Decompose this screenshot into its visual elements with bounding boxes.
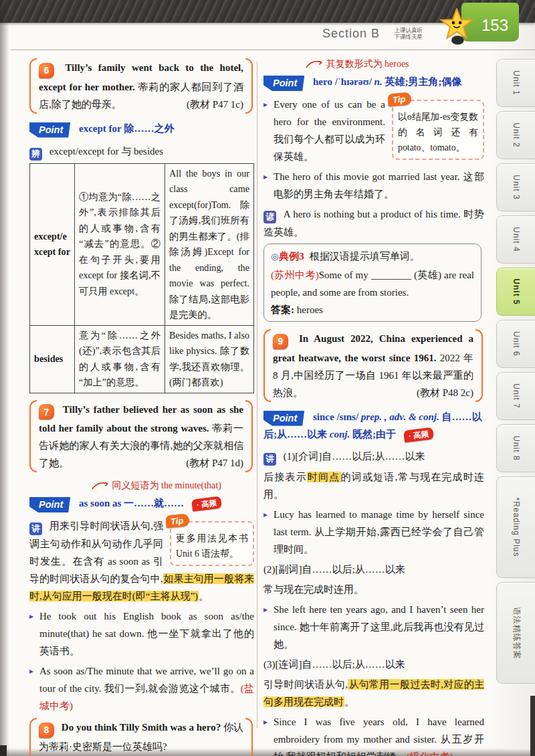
example-sentence: She left here ten years ago, and I haven… bbox=[263, 601, 484, 653]
item6-textbook-ref: (教材 P47 1c) bbox=[187, 96, 243, 113]
except-besides-table: except/except for ①均意为“除……之外”,表示排除其后的人或事… bbox=[29, 163, 254, 393]
point-since-pos1: prep. , adv. & conj. bbox=[361, 411, 439, 422]
brand-slogan-line1: 上课认真听 bbox=[395, 27, 423, 33]
annotation-arrow-icon bbox=[91, 480, 110, 490]
dianli-instruction: 根据汉语提示填写单词。 bbox=[310, 251, 420, 262]
sidebar-tab-unit6: Unit 6 bbox=[496, 320, 535, 368]
dianli-question: (苏州中考)Some of my ________ (英雄) are real … bbox=[271, 266, 474, 301]
item6-number-badge: 6 bbox=[39, 63, 54, 78]
proverb-icon: 谚 bbox=[263, 211, 276, 223]
item7-number-badge: 7 bbox=[39, 404, 54, 419]
table-meaning-cell: 意为“除……之外(还)”,表示包含其后的人或事物,含有“加上”的意思。 bbox=[75, 325, 165, 393]
point-flag-icon: Point bbox=[29, 497, 70, 512]
question-pre: Some of my bbox=[319, 270, 368, 280]
usage-title: (1)[介词]自……以后;从……以来 bbox=[284, 451, 425, 462]
sentence-item-8: 8 Do you think Tilly Smith was a hero? 你… bbox=[29, 717, 253, 756]
point-hero-pos: n. bbox=[374, 76, 383, 87]
example-sentence: Since I was five years old, I have learn… bbox=[263, 713, 484, 756]
point-except-zh: 除……之外 bbox=[124, 123, 174, 134]
dianli-example-box: ◎典例3根据汉语提示填写单词。 (苏州中考)Some of my _______… bbox=[263, 244, 481, 322]
item9-number-badge: 9 bbox=[273, 334, 288, 349]
point-except-en: except for bbox=[79, 123, 122, 134]
high-frequency-badge: 高频 bbox=[403, 427, 434, 442]
point-flag-icon: Point bbox=[263, 76, 304, 91]
example-zh: 我们每个人都可以成为环保英雄。 bbox=[274, 134, 385, 162]
sentence-item-7: 7 Tilly’s father believed her as soon as… bbox=[29, 399, 253, 474]
point-assoonas-text: as soon as 一……就…… bbox=[79, 498, 184, 508]
point-since-pos2: conj. bbox=[330, 429, 350, 440]
example-sentence: Lucy has learned to manage time by herse… bbox=[263, 506, 484, 558]
example-zh: 我们一到,就会游览这个城市。 bbox=[104, 683, 241, 694]
brand-slogan-line2: 下课练天星 bbox=[395, 33, 423, 40]
book-spine-shadow bbox=[0, 0, 9, 756]
since-usage-1-body: 后接表示时间点的词或短语,常与现在完成时连用。 bbox=[263, 468, 484, 503]
sidebar-tab-unit3: Unit 3 bbox=[496, 163, 535, 211]
table-row: besides 意为“除……之外(还)”,表示包含其后的人或事物,含有“加上”的… bbox=[30, 325, 254, 393]
page-number: 153 bbox=[472, 13, 508, 41]
jiang-text: 用来引导时间状语从句,强调主句动作和从句动作几乎同时发生。在含有 as soon… bbox=[29, 521, 163, 584]
item7-textbook-ref: (教材 P47 1d) bbox=[186, 454, 243, 472]
unit-tab-sidebar: Unit 1 Unit 2 Unit 3 Unit 4 Unit 5 Unit … bbox=[491, 59, 535, 688]
since-usage-2-body: 常与现在完成时连用。 bbox=[263, 581, 484, 598]
bian-row: 辨 except/except for 与 besides bbox=[29, 143, 254, 161]
point-hero: Point hero /ˈhɪərəʊ/ n. 英雄;男主角;偶像 bbox=[263, 74, 484, 91]
sidebar-tab-reading-plus: *Reading Plus bbox=[496, 476, 535, 578]
example-sentence: As soon as/The minute that we arrive, we… bbox=[29, 662, 254, 715]
dianli-answer-row: 答案: heroes bbox=[271, 301, 474, 318]
jiang-text-end: 。 bbox=[199, 591, 209, 601]
table-example-cell: Besides maths, I also like physics. 除了数学… bbox=[165, 325, 254, 393]
usage-text: 。 bbox=[344, 696, 354, 707]
point-flag-icon: Point bbox=[29, 122, 70, 138]
section-title: Section B bbox=[322, 27, 380, 41]
since-usage-1-title: 讲 (1)[介词]自……以后;从……以来 bbox=[263, 448, 484, 466]
dianli-icon: ◎ bbox=[271, 252, 278, 262]
example-sentence: The hero of this movie got married last … bbox=[263, 168, 484, 203]
example-en: The hero of this movie got married last … bbox=[274, 171, 459, 182]
usage-text: 常与现在完成时连用。 bbox=[263, 584, 364, 595]
annotation-text: 同义短语为 the minute(that) bbox=[112, 480, 221, 490]
tip-box: Tip 以o结尾加-es变复数的名词还有 potato、tomato。 bbox=[392, 100, 484, 160]
bian-text: except/except for 与 besides bbox=[49, 146, 163, 157]
tip-text: 更多用法见本书 Unit 6 语法帮。 bbox=[176, 533, 248, 559]
since-usage-3-title: (3)[连词]自……以后;从……以来 bbox=[263, 656, 484, 673]
tip-text: 以o结尾加-es变复数的名词还有 potato、tomato。 bbox=[398, 112, 478, 153]
usage-title: (2)[副词]自……以后;从……以来 bbox=[263, 564, 405, 575]
exam-source: (苏州中考) bbox=[271, 270, 319, 280]
example-sentence: Tip 以o结尾加-es变复数的名词还有 potato、tomato。 Ever… bbox=[263, 96, 484, 165]
scan-corner-blot bbox=[0, 745, 7, 756]
exam-source: (绥化中考) bbox=[407, 751, 453, 756]
item9-textbook-ref: (教材 P48 2c) bbox=[417, 384, 473, 401]
example-en: Every one of us can be a hero for the en… bbox=[274, 99, 385, 127]
page-number-tab: 153 bbox=[461, 3, 519, 41]
point-except-for: Point except for 除……之外 bbox=[29, 120, 254, 138]
point-as-soon-as: Point as soon as 一……就…… 高频 bbox=[29, 495, 254, 512]
point-since-zh2: 既然;由于 bbox=[352, 429, 396, 440]
column-divider bbox=[257, 62, 257, 728]
since-usage-3-body: 引导时间状语从句,从句常用一般过去时,对应的主句多用现在完成时。 bbox=[263, 676, 484, 711]
table-row: except/except for ①均意为“除……之外”,表示排除其后的人或事… bbox=[30, 163, 254, 325]
table-example-cell: All the boys in our class came except(fo… bbox=[165, 163, 254, 325]
point-hero-zh: 英雄;男主角;偶像 bbox=[385, 76, 461, 87]
example-zh: 她十年前离开了这里,此后我再也没有见过她。 bbox=[274, 622, 484, 650]
dianli-header: ◎典例3根据汉语提示填写单词。 bbox=[271, 248, 474, 266]
sentence-item-6: 6 Tilly’s family went back to the hotel,… bbox=[29, 58, 253, 114]
fill-blank: ________ bbox=[371, 270, 411, 280]
header-rule bbox=[11, 50, 535, 50]
table-term-cell: besides bbox=[30, 325, 75, 393]
usage-text: 后接表示 bbox=[263, 472, 307, 482]
tip-box: Tip 更多用法见本书 Unit 6 语法帮。 bbox=[170, 521, 254, 566]
sidebar-tab-unit5-active: Unit 5 bbox=[496, 268, 535, 316]
right-column: 其复数形式为 heroes Point hero /ˈhɪərəʊ/ n. 英雄… bbox=[263, 58, 484, 756]
proverb-en: A hero is nothing but a product of his t… bbox=[284, 209, 461, 219]
sidebar-tab-grammar-answers: 语法精练答案 bbox=[496, 582, 535, 684]
sidebar-tab-unit4: Unit 4 bbox=[496, 215, 535, 264]
high-frequency-badge: 高频 bbox=[191, 496, 222, 511]
point-flag-icon: Point bbox=[263, 411, 304, 426]
scan-right-edge bbox=[530, 696, 535, 756]
item8-number-badge: 8 bbox=[39, 723, 54, 738]
usage-highlight: 时间点 bbox=[307, 472, 341, 482]
usage-text: 引导时间状语从句, bbox=[263, 679, 348, 690]
bian-icon: 辨 bbox=[29, 148, 42, 161]
table-term-cell: except/except for bbox=[30, 163, 75, 325]
sentence-item-9: 9 In August 2022, China experienced a gr… bbox=[263, 328, 483, 403]
